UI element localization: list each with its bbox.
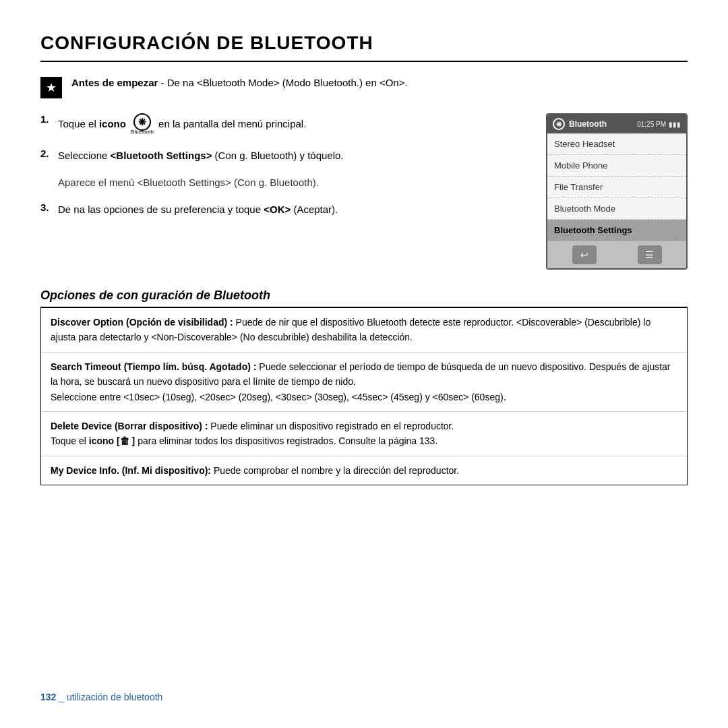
device-title: Bluetooth (569, 119, 607, 129)
options-section: Opciones de con guración de Bluetooth Di… (40, 289, 688, 485)
option-delete-device: Delete Device (Borrar dispositivo) : Pue… (41, 412, 687, 456)
step-3: 3. De na las opciones de su preferencia … (40, 202, 526, 218)
device-bt-icon: ❋ (553, 118, 565, 130)
option-delete-device-label: Delete Device (Borrar dispositivo) : (51, 421, 208, 431)
step-2-text: Seleccione <Bluetooth Settings> (Con g. … (58, 148, 344, 164)
steps-column: 1. Toque el icono ❋ Bluetooth en la pant… (40, 113, 526, 229)
device-header-left: ❋ Bluetooth (553, 118, 607, 130)
battery-icon: ▮▮▮ (669, 121, 681, 128)
page-title: CONFIGURACIÓN DE BLUETOOTH (40, 32, 688, 62)
bluetooth-icon: ❋ (133, 113, 151, 131)
step-1-text: Toque el icono ❋ Bluetooth en la pantall… (58, 113, 306, 137)
appears-note: Aparece el menú <Bluetooth Settings> (Co… (58, 175, 526, 191)
options-section-title: Opciones de con guración de Bluetooth (40, 289, 688, 308)
menu-item-stereo-headset[interactable]: Stereo Headset (547, 133, 686, 155)
main-content: 1. Toque el icono ❋ Bluetooth en la pant… (40, 113, 688, 270)
device-header: ❋ Bluetooth 01:25 PM ▮▮▮ (547, 115, 686, 133)
star-icon: ★ (40, 77, 62, 98)
option-my-device-info-label: My Device Info. (Inf. Mi dispositivo): (51, 465, 211, 476)
page-section: _ utilización de bluetooth (59, 692, 162, 702)
step-2: 2. Seleccione <Bluetooth Settings> (Con … (40, 148, 526, 164)
menu-item-bluetooth-mode[interactable]: Bluetooth Mode (547, 198, 686, 220)
back-button[interactable]: ↩ (572, 245, 597, 264)
option-search-timeout-label: Search Timeout (Tiempo lím. búsq. Agotad… (51, 361, 256, 372)
option-search-timeout: Search Timeout (Tiempo lím. búsq. Agotad… (41, 353, 687, 412)
option-discover: Discover Option (Opción de visibilidad) … (41, 308, 687, 353)
menu-button[interactable]: ☰ (638, 245, 662, 264)
device-header-right: 01:25 PM ▮▮▮ (637, 121, 681, 128)
menu-item-file-transfer[interactable]: File Transfer (547, 177, 686, 198)
device-menu-list: Stereo Headset Mobile Phone File Transfe… (547, 133, 686, 241)
options-table: Discover Option (Opción de visibilidad) … (40, 308, 688, 485)
device-time: 01:25 PM (637, 121, 666, 128)
step-1: 1. Toque el icono ❋ Bluetooth en la pant… (40, 113, 526, 137)
page-number: 132 (40, 692, 56, 702)
device-screenshot: ❋ Bluetooth 01:25 PM ▮▮▮ Stereo Headset … (546, 113, 688, 270)
step-1-number: 1. (40, 113, 53, 137)
device-footer: ↩ ☰ (547, 241, 686, 268)
menu-item-mobile-phone[interactable]: Mobile Phone (547, 155, 686, 177)
option-my-device-info: My Device Info. (Inf. Mi dispositivo): P… (41, 456, 687, 485)
menu-item-bluetooth-settings[interactable]: Bluetooth Settings (547, 220, 686, 241)
option-my-device-info-text: Puede comprobar el nombre y la dirección… (214, 465, 459, 476)
step-3-number: 3. (40, 202, 53, 218)
option-discover-label: Discover Option (Opción de visibilidad) … (51, 317, 233, 328)
page-footer: 132 _ utilización de bluetooth (40, 692, 162, 702)
note-box: ★ Antes de empezar - De na <Bluetooth Mo… (40, 75, 688, 98)
note-text: Antes de empezar - De na <Bluetooth Mode… (71, 75, 408, 91)
step-3-text: De na las opciones de su preferencia y t… (58, 202, 338, 218)
step-2-number: 2. (40, 148, 53, 164)
